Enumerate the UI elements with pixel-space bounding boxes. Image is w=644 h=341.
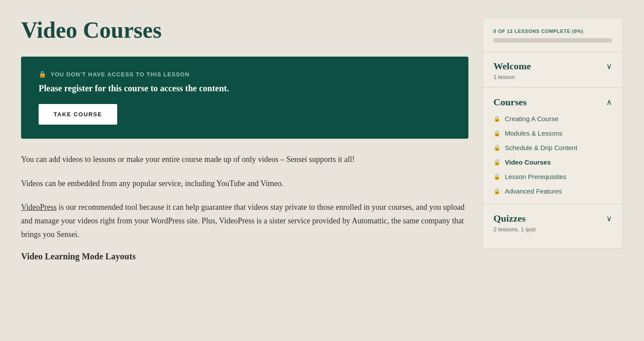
divider-1: [483, 87, 622, 88]
body-paragraph-3: VideoPress is our recommended tool becau…: [21, 201, 468, 241]
chevron-down-icon-quizzes: ∨: [606, 215, 612, 223]
sidebar-item-schedule-drip[interactable]: 🔒 Schedule & Drip Content: [483, 140, 622, 155]
chevron-down-icon: ∨: [606, 62, 612, 70]
body-paragraph-3-text: is our recommended tool because it can h…: [21, 203, 464, 238]
lock-icon: 🔒: [493, 188, 500, 194]
take-course-button[interactable]: TAKE COURSE: [39, 104, 117, 125]
section-heading: Video Learning Mode Layouts: [21, 251, 468, 262]
sidebar-item-video-courses[interactable]: 🔒 Video Courses: [483, 155, 622, 169]
sidebar-item-modules-lessons-label: Modules & Lessons: [505, 129, 562, 137]
progress-section: 0 OF 12 LESSONS COMPLETE (0%): [483, 29, 622, 52]
courses-items: 🔒 Creating A Course 🔒 Modules & Lessons …: [483, 110, 622, 202]
sidebar-section-quizzes-title: Quizzes: [493, 213, 525, 224]
sidebar-item-modules-lessons[interactable]: 🔒 Modules & Lessons: [483, 126, 622, 140]
videopress-link[interactable]: VideoPress: [21, 203, 57, 212]
sidebar-item-lesson-prerequisites-label: Lesson Prerequisites: [505, 173, 566, 180]
sidebar-item-creating-course[interactable]: 🔒 Creating A Course: [483, 111, 622, 126]
sidebar-item-lesson-prerequisites[interactable]: 🔒 Lesson Prerequisites: [483, 169, 622, 184]
sidebar-section-courses-title: Courses: [493, 97, 527, 108]
sidebar-item-creating-course-label: Creating A Course: [505, 115, 558, 122]
sidebar-item-advanced-features[interactable]: 🔒 Advanced Features: [483, 184, 622, 198]
sidebar: 0 OF 12 LESSONS COMPLETE (0%) Welcome ∨ …: [482, 18, 623, 249]
sidebar-section-welcome: Welcome ∨ 1 lesson: [483, 54, 622, 86]
sidebar-item-schedule-drip-label: Schedule & Drip Content: [505, 144, 577, 151]
progress-bar-track: [493, 38, 612, 43]
lock-icon: 🔒: [493, 173, 500, 180]
body-paragraph-2: Videos can be embedded from any popular …: [21, 177, 468, 190]
lock-icon-banner: 🔒: [39, 71, 46, 78]
lock-icon: 🔒: [493, 130, 500, 136]
sidebar-section-welcome-sub: 1 lesson: [483, 74, 622, 86]
sidebar-section-courses-header[interactable]: Courses ∧: [483, 90, 622, 110]
body-paragraph-1: You can add videos to lessons or make yo…: [21, 153, 468, 166]
banner-notice: YOU DON'T HAVE ACCESS TO THIS LESSON: [50, 71, 190, 78]
sidebar-item-video-courses-label: Video Courses: [505, 158, 551, 166]
sidebar-section-welcome-title: Welcome: [493, 61, 531, 72]
page-title: Video Courses: [21, 18, 468, 43]
sidebar-section-quizzes-header[interactable]: Quizzes ∨: [483, 206, 622, 226]
access-banner: 🔒 YOU DON'T HAVE ACCESS TO THIS LESSON P…: [21, 57, 468, 139]
main-content: Video Courses 🔒 YOU DON'T HAVE ACCESS TO…: [21, 18, 468, 262]
banner-message: Please register for this course to acces…: [39, 83, 451, 93]
lock-icon: 🔒: [493, 115, 500, 122]
lock-icon: 🔒: [493, 159, 500, 165]
divider-2: [483, 204, 622, 204]
progress-label: 0 OF 12 LESSONS COMPLETE (0%): [493, 29, 612, 34]
sidebar-section-quizzes: Quizzes ∨ 2 lessons, 1 quiz: [483, 206, 622, 238]
sidebar-section-welcome-header[interactable]: Welcome ∨: [483, 54, 622, 74]
sidebar-section-courses: Courses ∧ 🔒 Creating A Course 🔒 Modules …: [483, 90, 622, 202]
lock-icon: 🔒: [493, 144, 500, 151]
sidebar-item-advanced-features-label: Advanced Features: [505, 187, 562, 195]
chevron-up-icon: ∧: [606, 98, 612, 106]
sidebar-section-quizzes-sub: 2 lessons, 1 quiz: [483, 226, 622, 238]
